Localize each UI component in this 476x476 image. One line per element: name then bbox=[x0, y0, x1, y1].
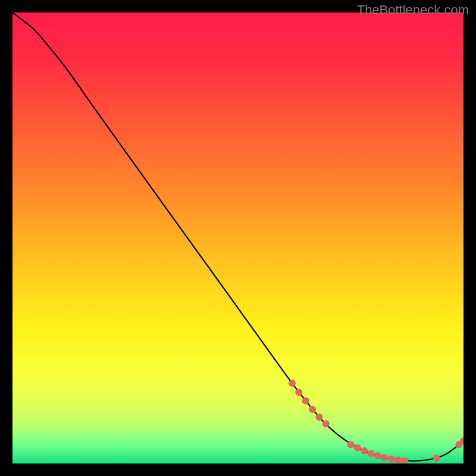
chart-container: TheBottleneck.com bbox=[0, 0, 476, 476]
highlight-dot bbox=[401, 457, 408, 464]
highlight-dot bbox=[388, 455, 395, 462]
highlight-dot bbox=[347, 441, 355, 448]
highlight-dot bbox=[361, 447, 368, 455]
highlight-dots-group bbox=[289, 380, 464, 464]
highlight-dot bbox=[394, 456, 402, 464]
highlight-dot bbox=[302, 397, 309, 405]
highlight-dot bbox=[309, 406, 316, 413]
bottleneck-curve bbox=[12, 12, 464, 461]
highlight-dot bbox=[322, 420, 330, 427]
plot-area bbox=[12, 12, 464, 464]
highlight-dot bbox=[368, 450, 375, 457]
highlight-dot bbox=[354, 444, 361, 451]
highlight-dot bbox=[381, 454, 388, 461]
highlight-dot bbox=[295, 389, 302, 396]
curve-layer bbox=[12, 12, 464, 464]
highlight-dot bbox=[315, 414, 322, 421]
highlight-dot bbox=[289, 380, 296, 387]
highlight-dot bbox=[374, 452, 381, 459]
watermark-text: TheBottleneck.com bbox=[357, 2, 469, 18]
highlight-dot bbox=[433, 455, 440, 462]
